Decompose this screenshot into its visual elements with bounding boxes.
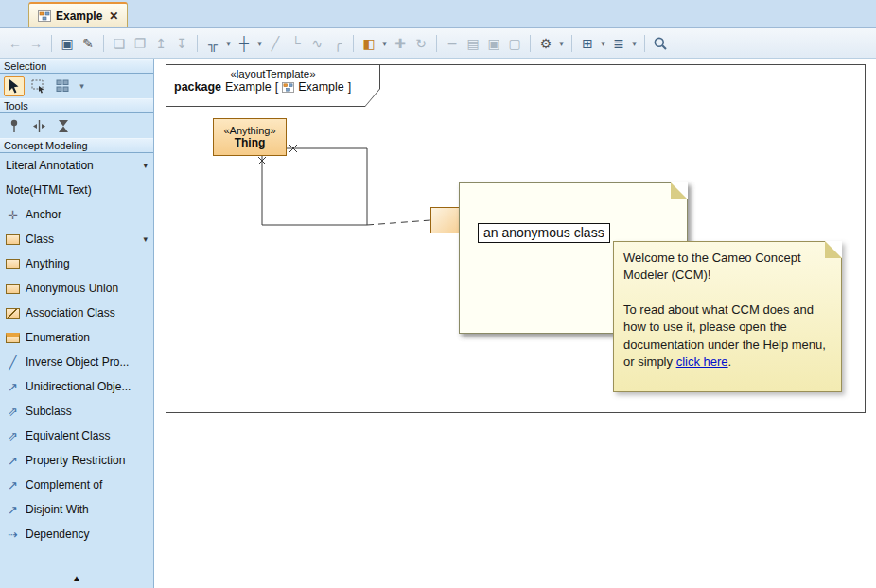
property-restriction-icon: ↗ bbox=[6, 455, 20, 467]
palette-item-association-class[interactable]: Association Class bbox=[0, 301, 153, 325]
make-same-size-icon[interactable]: ▣ bbox=[484, 34, 503, 53]
path-rounded-icon[interactable]: ╭ bbox=[328, 34, 347, 53]
section-header-concept-modeling[interactable]: Concept Modeling bbox=[0, 138, 153, 153]
palette-item-dependency[interactable]: ⇢ Dependency bbox=[0, 522, 153, 546]
palette-item-note-html[interactable]: Note(HTML Text) bbox=[0, 178, 153, 202]
palette-item-equivalent-class[interactable]: ⇗ Equivalent Class bbox=[0, 424, 153, 448]
frame-open-bracket: [ bbox=[275, 80, 278, 94]
section-header-selection[interactable]: Selection bbox=[0, 59, 153, 74]
tab-example[interactable]: Example ✕ bbox=[28, 2, 128, 27]
gear-icon[interactable]: ⚙ bbox=[536, 34, 555, 53]
selection-tools-row: ▾ bbox=[0, 74, 153, 98]
search-icon[interactable] bbox=[651, 34, 670, 53]
insert-shape-icon[interactable]: ✚ bbox=[391, 34, 410, 53]
refresh-icon[interactable]: ↻ bbox=[412, 34, 430, 53]
palette-item-anchor[interactable]: ✛ Anchor bbox=[0, 202, 153, 227]
tab-title: Example bbox=[56, 9, 102, 23]
palette-item-label: Association Class bbox=[26, 306, 115, 320]
palette-item-subclass[interactable]: ⇗ Subclass bbox=[0, 399, 153, 424]
dropdown-caret[interactable]: ▾ bbox=[380, 39, 389, 48]
path-rectilinear-icon[interactable]: └ bbox=[287, 34, 306, 53]
enumeration-icon bbox=[6, 333, 20, 343]
palette-item-inverse-object-property[interactable]: ╱ Inverse Object Pro... bbox=[0, 350, 153, 374]
application-window: Example ✕ ← → ▣ ✎ ❏ ❐ ↥ ↧ ╦ ▾ ┼ ▾ ╱ └ ∿ … bbox=[0, 0, 876, 588]
autosize-icon[interactable]: ▢ bbox=[505, 34, 524, 53]
list-icon[interactable]: ≣ bbox=[609, 34, 628, 53]
dropdown-caret[interactable]: ▾ bbox=[557, 39, 566, 48]
palette-item-label: Anything bbox=[26, 257, 70, 270]
palette-item-label: Subclass bbox=[26, 405, 72, 418]
palette-item-class[interactable]: Class ▾ bbox=[0, 227, 153, 251]
dropdown-caret[interactable]: ▾ bbox=[78, 81, 86, 91]
thing-stereotype: «Anything» bbox=[223, 125, 275, 136]
make-same-height-icon[interactable]: ▤ bbox=[464, 34, 482, 53]
anonymous-union-icon bbox=[6, 284, 20, 294]
thing-name: Thing bbox=[235, 136, 266, 149]
close-icon[interactable]: ✕ bbox=[109, 9, 118, 23]
align-tool[interactable] bbox=[28, 115, 49, 136]
palette-item-anonymous-union[interactable]: Anonymous Union bbox=[0, 276, 153, 301]
palette-item-label: Note(HTML Text) bbox=[6, 183, 92, 197]
path-oblique-icon[interactable]: ╱ bbox=[266, 34, 285, 53]
palette-item-label: Unidirectional Obje... bbox=[26, 380, 131, 393]
move-down-icon[interactable]: ↧ bbox=[172, 34, 191, 53]
move-up-icon[interactable]: ↥ bbox=[151, 34, 170, 53]
group-select-tool[interactable] bbox=[53, 76, 74, 96]
palette-scroll-up[interactable]: ▲ bbox=[0, 570, 153, 588]
diagram-icon bbox=[282, 82, 294, 93]
main-toolbar: ← → ▣ ✎ ❏ ❐ ↥ ↧ ╦ ▾ ┼ ▾ ╱ └ ∿ ╭ ◧ ▾ ✚ ↻ … bbox=[0, 28, 876, 59]
marquee-select-tool[interactable] bbox=[28, 76, 49, 96]
toolbar-separator bbox=[571, 35, 572, 52]
marquee-icon bbox=[30, 78, 47, 95]
palette-item-enumeration[interactable]: Enumeration bbox=[0, 325, 153, 350]
selection-cursor-tool[interactable] bbox=[4, 76, 25, 96]
dropdown-caret[interactable]: ▾ bbox=[143, 161, 148, 170]
layout-hierarchy-icon[interactable]: ╦ bbox=[203, 34, 222, 53]
window-icon[interactable]: ⊞ bbox=[578, 34, 597, 53]
section-header-tools[interactable]: Tools bbox=[0, 98, 153, 113]
equivalent-class-icon: ⇗ bbox=[6, 430, 20, 442]
palette-item-label: Dependency bbox=[26, 527, 89, 541]
palette-item-disjoint-with[interactable]: ↗ Disjoint With bbox=[0, 497, 153, 522]
anonymous-class-label[interactable]: an anonymous class bbox=[478, 223, 610, 243]
align-icon bbox=[31, 118, 47, 134]
path-bezier-icon[interactable]: ∿ bbox=[307, 34, 326, 53]
toolbar-separator bbox=[103, 35, 104, 52]
click-here-link[interactable]: click here bbox=[676, 355, 728, 369]
show-related-elements-icon[interactable]: ▣ bbox=[58, 34, 77, 53]
palette-item-property-restriction[interactable]: ↗ Property Restriction bbox=[0, 448, 153, 473]
palette-item-label: Anchor bbox=[26, 208, 61, 221]
palette-item-anything[interactable]: Anything bbox=[0, 251, 153, 276]
welcome-note[interactable]: Welcome to the Cameo Concept Modeler (CC… bbox=[613, 241, 842, 392]
check-diagram-icon[interactable]: ✎ bbox=[79, 34, 97, 53]
dropdown-caret[interactable]: ▾ bbox=[224, 39, 233, 48]
layout-quick-icon[interactable]: ┼ bbox=[235, 34, 254, 53]
note-paragraph: Welcome to the Cameo Concept Modeler (CC… bbox=[623, 250, 832, 285]
paste-icon[interactable]: ❐ bbox=[131, 34, 149, 53]
forward-icon[interactable]: → bbox=[26, 34, 45, 53]
note-text: . bbox=[728, 355, 732, 369]
inverse-object-property-icon: ╱ bbox=[6, 356, 20, 369]
class-thing[interactable]: «Anything» Thing bbox=[213, 118, 287, 156]
frame-title: package Example [ Example ] bbox=[166, 80, 379, 94]
dropdown-caret[interactable]: ▾ bbox=[255, 39, 264, 48]
back-icon[interactable]: ← bbox=[6, 34, 25, 53]
palette-item-literal-annotation[interactable]: Literal Annotation ▾ bbox=[0, 153, 153, 178]
scroll-up-icon: ▲ bbox=[72, 573, 81, 583]
toolbar-separator bbox=[436, 35, 437, 52]
fill-color-icon[interactable]: ◧ bbox=[359, 34, 378, 53]
dropdown-caret[interactable]: ▾ bbox=[630, 39, 639, 48]
resize-tool[interactable] bbox=[53, 115, 74, 136]
diagram-icon bbox=[38, 10, 51, 22]
palette-item-label: Literal Annotation bbox=[6, 159, 94, 172]
frame-header[interactable]: «layoutTemplate» package Example [ Examp… bbox=[166, 65, 379, 106]
pin-tool[interactable] bbox=[4, 115, 25, 136]
palette-item-label: Class bbox=[26, 233, 54, 246]
copy-icon[interactable]: ❏ bbox=[110, 34, 129, 53]
dropdown-caret[interactable]: ▾ bbox=[143, 234, 148, 244]
make-same-width-icon[interactable]: ━ bbox=[443, 34, 462, 53]
palette-item-unidirectional-object-property[interactable]: ↗ Unidirectional Obje... bbox=[0, 374, 153, 399]
association-class-icon bbox=[6, 308, 20, 319]
dropdown-caret[interactable]: ▾ bbox=[599, 39, 607, 48]
palette-item-complement-of[interactable]: ↗ Complement of bbox=[0, 473, 153, 497]
